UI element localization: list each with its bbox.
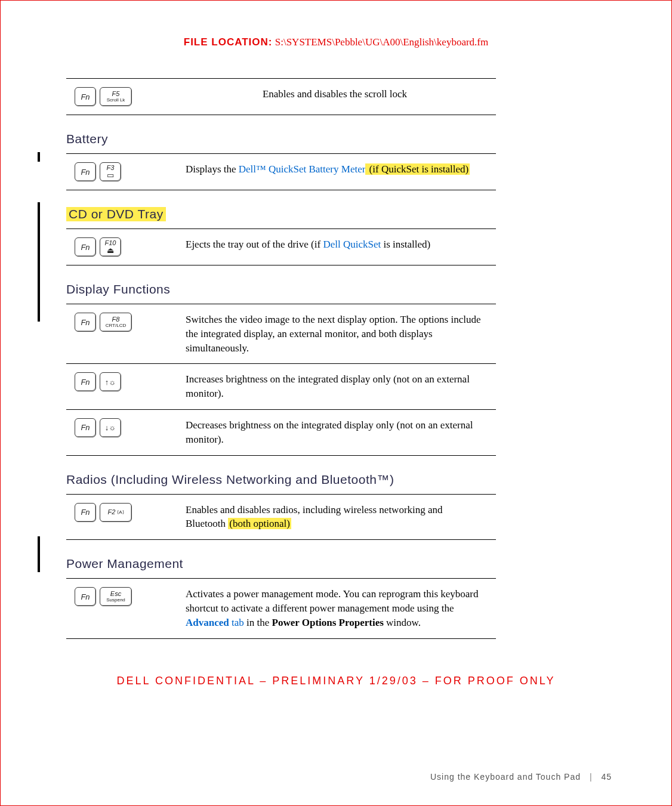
row-display-switch: Fn F8 CRT/LCD Switches the video image t… [66, 304, 496, 363]
battery-highlight: (if QuickSet is installed) [365, 163, 470, 175]
keycap-group-radios: Fn F2 ⟨A⟩ [75, 503, 186, 522]
fn-key-icon: Fn [75, 503, 96, 522]
f3-key-icon: F3 ▭ [100, 162, 121, 181]
keycap-group-bright-down: Fn ↓☼ [75, 418, 186, 437]
fn-key-icon: Fn [75, 237, 96, 257]
change-bar-1 [38, 152, 40, 162]
battery-desc: Displays the Dell™ QuickSet Battery Mete… [186, 162, 496, 181]
confidential-footer: DELL CONFIDENTIAL – PRELIMINARY 1/29/03 … [60, 675, 612, 687]
heading-battery: Battery [66, 132, 496, 146]
wireless-icon: ⟨A⟩ [117, 510, 124, 515]
f2-key-icon: F2 ⟨A⟩ [100, 503, 132, 522]
row-scroll-lock: Fn F5 Scroll Lk Enables and disables the… [66, 78, 496, 115]
row-cd-dvd: Fn F10 ⏏ Ejects the tray out of the driv… [66, 228, 496, 265]
footer-page-number: 45 [601, 772, 612, 782]
f10-key-icon: F10 ⏏ [100, 237, 121, 257]
keycap-group-bright-up: Fn ↑☼ [75, 372, 186, 391]
row-radios: Fn F2 ⟨A⟩ Enables and disables radios, i… [66, 494, 496, 541]
power-desc: Activates a power management mode. You c… [186, 587, 496, 629]
keycap-group-cd: Fn F10 ⏏ [75, 237, 186, 257]
keycap-group-crt: Fn F8 CRT/LCD [75, 313, 186, 332]
fn-key-icon: Fn [75, 313, 96, 332]
brightness-down-desc: Decreases brightness on the integrated d… [186, 418, 496, 447]
eject-icon: ⏏ [107, 246, 114, 254]
row-battery: Fn F3 ▭ Displays the Dell™ QuickSet Batt… [66, 153, 496, 190]
display-switch-desc: Switches the video image to the next dis… [186, 313, 496, 355]
f8-key-icon: F8 CRT/LCD [100, 313, 132, 332]
cd-desc: Ejects the tray out of the drive (if Del… [186, 237, 496, 257]
fn-key-icon: Fn [75, 87, 96, 106]
heading-power: Power Management [66, 557, 496, 571]
page-footer: Using the Keyboard and Touch Pad | 45 [430, 772, 612, 782]
row-power: Fn Esc Suspend Activates a power managem… [66, 578, 496, 638]
quickset-link[interactable]: Dell™ QuickSet Battery Meter [239, 163, 366, 175]
radios-highlight: (both optional) [228, 518, 291, 529]
fn-key-icon: Fn [75, 372, 96, 391]
footer-section: Using the Keyboard and Touch Pad [430, 772, 581, 782]
keycap-group-power: Fn Esc Suspend [75, 587, 186, 606]
scroll-lock-desc: Enables and disables the scroll lock [186, 87, 496, 106]
fn-key-icon: Fn [75, 587, 96, 606]
advanced-tab-link[interactable]: Advanced [186, 617, 229, 628]
file-location-label: FILE LOCATION: [184, 36, 273, 48]
change-bar-3 [38, 536, 40, 572]
heading-radios: Radios (Including Wireless Networking an… [66, 473, 496, 487]
f5-key-icon: F5 Scroll Lk [100, 87, 132, 106]
radios-desc: Enables and disables radios, including w… [186, 503, 496, 532]
fn-key-icon: Fn [75, 162, 96, 181]
heading-display: Display Functions [66, 282, 496, 297]
keycap-group-scroll: Fn F5 Scroll Lk [75, 87, 186, 106]
keycap-group-battery: Fn F3 ▭ [75, 162, 186, 181]
power-options-bold: Power Options Properties [272, 617, 384, 628]
row-brightness-down: Fn ↓☼ Decreases brightness on the integr… [66, 409, 496, 456]
brightness-down-icon: ↓☼ [100, 418, 121, 437]
brightness-up-desc: Increases brightness on the integrated d… [186, 372, 496, 401]
change-bar-2 [38, 202, 40, 322]
heading-cd-dvd: CD or DVD Tray [66, 207, 166, 221]
quickset-link-2[interactable]: Dell QuickSet [323, 239, 381, 250]
fn-key-icon: Fn [75, 418, 96, 437]
brightness-up-icon: ↑☼ [100, 372, 121, 391]
file-location-path: S:\SYSTEMS\Pebble\UG\A00\English\keyboar… [275, 36, 488, 48]
esc-key-icon: Esc Suspend [100, 587, 132, 606]
row-brightness-up: Fn ↑☼ Increases brightness on the integr… [66, 363, 496, 409]
footer-separator: | [590, 772, 593, 782]
file-location-header: FILE LOCATION: S:\SYSTEMS\Pebble\UG\A00\… [60, 36, 612, 48]
battery-icon: ▭ [107, 171, 114, 179]
